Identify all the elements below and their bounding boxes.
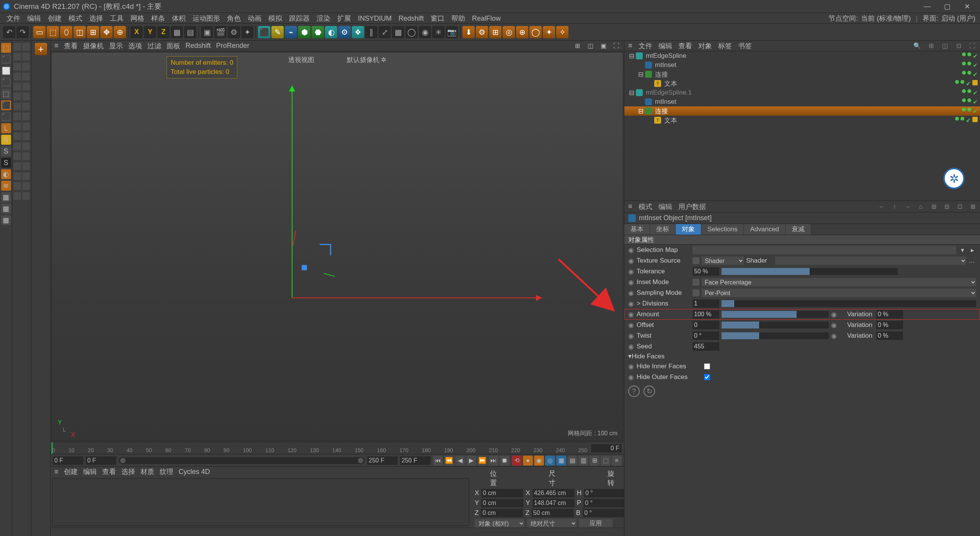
tlmode-btn-5[interactable]: ▤ xyxy=(567,456,577,466)
attr-tab-Selections[interactable]: Selections xyxy=(701,224,744,235)
vis-render-6[interactable] xyxy=(967,108,971,111)
menu-Redshift[interactable]: Redshift xyxy=(395,13,427,24)
enable-4[interactable]: ✔ xyxy=(973,89,978,96)
tree-row-7[interactable]: T 文本 ✔ xyxy=(624,116,980,125)
apply-button[interactable]: 应用 xyxy=(579,519,612,528)
coord-button-2[interactable]: ▤ xyxy=(184,26,196,38)
vis-editor-3[interactable] xyxy=(955,80,959,84)
tlmode-btn-4[interactable]: ▦ xyxy=(556,456,566,466)
snap-group-11[interactable] xyxy=(13,152,30,160)
vis-render-5[interactable] xyxy=(967,98,971,102)
mode-btn-12[interactable]: ≋ xyxy=(1,181,11,191)
node-space-value[interactable]: 当前 (标准/物理) xyxy=(859,15,912,22)
menu-工具[interactable]: 工具 xyxy=(106,13,127,24)
range-end-a[interactable]: 250 F xyxy=(367,456,398,465)
view-nav-2[interactable]: ▣ xyxy=(599,42,607,50)
attr-nav-6[interactable]: ⊡ xyxy=(956,203,963,210)
play-btn-4[interactable]: ⏩ xyxy=(477,456,487,466)
end-tool-1[interactable]: ⚙ xyxy=(476,26,488,38)
menu-运动图形[interactable]: 运动图形 xyxy=(189,13,224,24)
viewport-perspective[interactable]: 透视视图 默认摄像机 ✲ Number of emitters: 0 Total… xyxy=(51,52,623,441)
coord-mode-select[interactable]: 对象 (相对) xyxy=(475,519,524,528)
tlmode-btn-7[interactable]: ⊞ xyxy=(590,456,599,466)
menu-渲染[interactable]: 渲染 xyxy=(313,13,334,24)
axis-z-button[interactable]: Z xyxy=(157,26,170,38)
viewmenu-2[interactable]: 摄像机 xyxy=(83,41,104,51)
snap-group-3[interactable] xyxy=(13,73,30,80)
sel-tool-6[interactable]: ⊕ xyxy=(114,26,126,38)
prim-tool-11[interactable]: ◯ xyxy=(405,26,418,38)
size-Z[interactable] xyxy=(532,509,574,517)
menu-样条[interactable]: 样条 xyxy=(148,13,168,24)
size-mode-select[interactable]: 绝对尺寸 xyxy=(527,519,577,528)
menu-体积[interactable]: 体积 xyxy=(168,13,189,24)
tlmode-btn-3[interactable]: ◎ xyxy=(545,456,555,466)
snap-group-2[interactable] xyxy=(13,63,30,70)
mode-btn-13[interactable]: ▦ xyxy=(1,192,11,202)
menu-选择[interactable]: 选择 xyxy=(86,13,106,24)
vis-editor-7[interactable] xyxy=(955,117,959,121)
matmenu-6[interactable]: 纹理 xyxy=(160,467,173,476)
vis-editor-4[interactable] xyxy=(962,89,966,93)
objmenu-3[interactable]: 查看 xyxy=(678,41,692,51)
clear-icon[interactable]: … xyxy=(969,257,976,265)
attr-nav-2[interactable]: → xyxy=(904,203,911,210)
snap-group-5[interactable] xyxy=(13,93,30,100)
mode-btn-7[interactable]: L xyxy=(1,123,11,133)
menu-窗口[interactable]: 窗口 xyxy=(427,13,448,24)
objmgr-icon-3[interactable]: ⊡ xyxy=(955,42,962,50)
vis-render-1[interactable] xyxy=(967,62,971,65)
mode-btn-3[interactable]: ⬛ xyxy=(1,77,11,87)
texture-source-right[interactable] xyxy=(775,257,966,265)
objmenu-2[interactable]: 编辑 xyxy=(658,41,672,51)
tree-row-4[interactable]: ⊟ mtEdgeSpline.1 ✔ xyxy=(624,88,980,97)
prim-tool-8[interactable]: ∥ xyxy=(365,26,377,38)
mode-btn-4[interactable]: ⬚ xyxy=(1,89,11,99)
timeline-ruler[interactable]: 0102030405060708090100110120130140150160… xyxy=(51,442,624,454)
pos-X[interactable] xyxy=(481,489,523,497)
enable-6[interactable]: ✔ xyxy=(973,108,978,115)
mode-btn-0[interactable]: ⬚ xyxy=(1,43,11,53)
attr-nav-7[interactable]: ⊠ xyxy=(969,203,976,210)
render-tool-1[interactable]: 🎬 xyxy=(214,26,227,38)
snap-group-7[interactable] xyxy=(13,113,30,120)
sampling-mode-select[interactable]: Per-Point xyxy=(702,289,976,297)
tag-7[interactable] xyxy=(972,117,978,122)
view-nav-3[interactable]: ⛶ xyxy=(612,42,620,50)
undo-button[interactable]: ↶ xyxy=(3,26,15,38)
attr-tab-Advanced[interactable]: Advanced xyxy=(744,224,786,235)
mode-btn-5[interactable]: ⬛ xyxy=(1,100,11,110)
viewmenu-5[interactable]: 过滤 xyxy=(147,41,161,51)
prim-tool-2[interactable]: ⌁ xyxy=(285,26,297,38)
objmenu-5[interactable]: 标签 xyxy=(718,41,732,51)
objmenu-0[interactable]: ≡ xyxy=(628,42,632,50)
tlmode-btn-2[interactable]: ◉ xyxy=(534,456,544,466)
view-nav-1[interactable]: ◫ xyxy=(586,42,594,50)
prim-tool-12[interactable]: ◉ xyxy=(419,26,431,38)
tlmode-btn-9[interactable]: ≡ xyxy=(612,456,622,466)
axis-y-button[interactable]: Y xyxy=(144,26,156,38)
mode-btn-2[interactable]: ⬜ xyxy=(1,66,11,76)
snap-group-14[interactable] xyxy=(13,182,30,190)
tree-row-1[interactable]: mtInset ✔ xyxy=(624,60,980,70)
prim-tool-10[interactable]: ▦ xyxy=(392,26,404,38)
attr-nav-3[interactable]: ⌂ xyxy=(917,203,924,210)
range-end-b[interactable]: 250 F xyxy=(400,456,431,465)
tree-name-0[interactable]: mtEdgeSpline xyxy=(644,52,960,60)
menu-模式[interactable]: 模式 xyxy=(65,13,86,24)
axis-x-gizmo[interactable] xyxy=(292,297,537,298)
tree-twisty-0[interactable]: ⊟ xyxy=(629,52,634,60)
tree-row-0[interactable]: ⊟ mtEdgeSpline ✔ xyxy=(624,51,980,60)
tlmode-btn-6[interactable]: ▥ xyxy=(578,456,588,466)
attrmenu-0[interactable]: ≡ xyxy=(628,203,632,211)
end-tool-3[interactable]: ◎ xyxy=(503,26,515,38)
view-nav-0[interactable]: ⊞ xyxy=(573,42,581,50)
objmgr-icon-4[interactable]: ⛶ xyxy=(969,42,976,50)
menu-编辑[interactable]: 编辑 xyxy=(24,13,44,24)
material-manager-area[interactable] xyxy=(52,478,469,526)
play-btn-2[interactable]: ◀ xyxy=(455,456,465,466)
offset-variation-input[interactable] xyxy=(876,321,903,329)
range-start-a[interactable]: 0 F xyxy=(53,456,83,465)
viewmenu-0[interactable]: ≡ xyxy=(54,42,59,50)
snap-group-8[interactable] xyxy=(13,123,30,130)
